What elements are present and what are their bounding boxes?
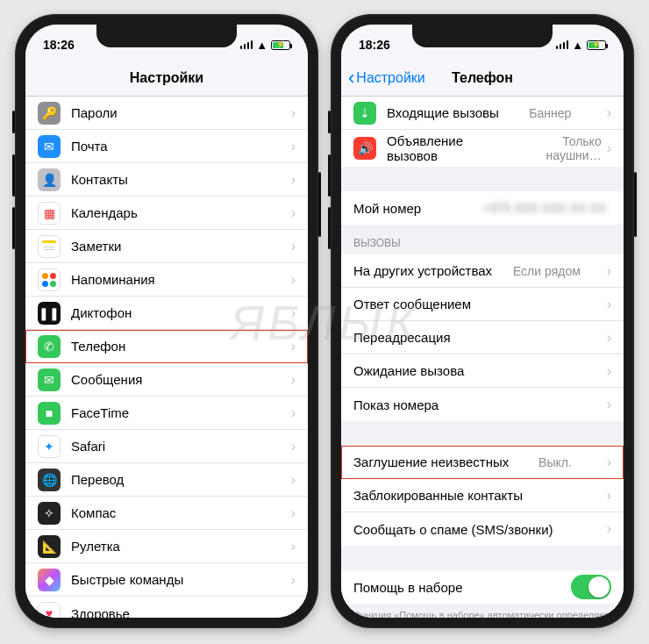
reminders-icon bbox=[38, 268, 61, 291]
chevron-right-icon: › bbox=[607, 363, 611, 379]
row-label: Показ номера bbox=[353, 397, 439, 412]
nav-bar: ‹ Настройки Телефон bbox=[341, 60, 624, 97]
chevron-right-icon: › bbox=[291, 572, 296, 588]
row-detail: Баннер bbox=[529, 106, 571, 120]
phone-left: 18:26 ▲ ⚡ Настройки 🔑 Пароли › ✉ Почта ›… bbox=[15, 14, 318, 628]
notch bbox=[412, 25, 553, 47]
calls-list[interactable]: На других устройствах Если рядом › Ответ… bbox=[341, 254, 624, 421]
incoming-icon: ⇣ bbox=[353, 102, 376, 125]
row-label: Сообщать о спаме (SMS/звонки) bbox=[353, 522, 553, 537]
chevron-right-icon: › bbox=[291, 505, 296, 521]
row-call-forwarding[interactable]: Переадресация › bbox=[341, 321, 624, 354]
messages-icon: ✉ bbox=[38, 369, 61, 391]
chevron-right-icon: › bbox=[607, 297, 611, 312]
chevron-right-icon: › bbox=[291, 539, 296, 555]
row-label: Заблокированные контакты bbox=[353, 488, 523, 503]
safari-icon: ✦ bbox=[38, 435, 61, 458]
row-measure[interactable]: 📐 Рулетка › bbox=[25, 530, 308, 563]
row-facetime[interactable]: ■ FaceTime › bbox=[25, 397, 308, 430]
key-icon: 🔑 bbox=[38, 102, 61, 125]
row-label: Ожидание вызова bbox=[353, 363, 464, 378]
row-label: Объявление вызовов bbox=[387, 133, 510, 163]
page-title: Настройки bbox=[130, 70, 203, 86]
row-label: Сообщения bbox=[71, 372, 142, 387]
section-header-calls: ВЫЗОВЫ bbox=[341, 225, 624, 254]
row-label: Помощь в наборе bbox=[353, 580, 462, 595]
phone-top-list[interactable]: ⇣ Входящие вызовы Баннер › 🔊 Объявление … bbox=[341, 97, 624, 167]
chevron-right-icon: › bbox=[607, 330, 611, 346]
row-report-spam[interactable]: Сообщать о спаме (SMS/звонки) › bbox=[341, 512, 624, 546]
chevron-right-icon: › bbox=[291, 305, 296, 321]
announce-icon: 🔊 bbox=[353, 137, 376, 160]
row-other-devices[interactable]: На других устройствах Если рядом › bbox=[341, 254, 624, 288]
health-icon: ♥ bbox=[38, 602, 61, 618]
row-health[interactable]: ♥ Здоровье › bbox=[25, 597, 308, 618]
dial-assist-group[interactable]: Помощь в наборе bbox=[341, 570, 624, 604]
row-my-number[interactable]: Мой номер +375 XXX XXX XX XX bbox=[341, 191, 624, 225]
chevron-right-icon: › bbox=[291, 439, 296, 454]
row-safari[interactable]: ✦ Safari › bbox=[25, 430, 308, 463]
row-label: Здоровье bbox=[71, 606, 130, 619]
notes-icon bbox=[38, 235, 61, 258]
cellular-icon bbox=[556, 40, 568, 49]
row-messages[interactable]: ✉ Сообщения › bbox=[25, 363, 308, 397]
my-number-group[interactable]: Мой номер +375 XXX XXX XX XX bbox=[341, 191, 624, 225]
toggle-dial-assist[interactable] bbox=[571, 575, 611, 599]
row-label: Напоминания bbox=[71, 272, 155, 287]
row-label: Телефон bbox=[71, 339, 125, 354]
chevron-right-icon: › bbox=[291, 372, 296, 388]
row-show-my-id[interactable]: Показ номера › bbox=[341, 388, 624, 421]
row-label: Контакты bbox=[71, 172, 128, 187]
row-respond-text[interactable]: Ответ сообщением › bbox=[341, 288, 624, 321]
row-label: Компас bbox=[71, 505, 116, 520]
row-notes[interactable]: Заметки › bbox=[25, 230, 308, 263]
row-mail[interactable]: ✉ Почта › bbox=[25, 130, 308, 163]
notch bbox=[96, 25, 237, 47]
chevron-right-icon: › bbox=[607, 397, 611, 412]
row-silence-unknown[interactable]: Заглушение неизвестных Выкл. › bbox=[341, 446, 624, 479]
chevron-right-icon: › bbox=[607, 488, 611, 504]
row-incoming[interactable]: ⇣ Входящие вызовы Баннер › bbox=[341, 97, 624, 130]
row-shortcuts[interactable]: ◆ Быстрые команды › bbox=[25, 563, 308, 597]
phone-icon: ✆ bbox=[38, 335, 61, 358]
dial-assist-footer: Функция «Помощь в наборе» автоматически … bbox=[341, 604, 624, 618]
back-button[interactable]: ‹ Настройки bbox=[348, 60, 425, 96]
row-label: Ответ сообщением bbox=[353, 297, 471, 311]
settings-list[interactable]: 🔑 Пароли › ✉ Почта › 👤 Контакты › ▦ Кале… bbox=[25, 97, 308, 618]
row-reminders[interactable]: Напоминания › bbox=[25, 263, 308, 297]
row-dial-assist[interactable]: Помощь в наборе bbox=[341, 570, 624, 604]
nav-bar: Настройки bbox=[25, 60, 308, 97]
row-calendar[interactable]: ▦ Календарь › bbox=[25, 197, 308, 230]
row-label: Почта bbox=[71, 139, 108, 154]
facetime-icon: ■ bbox=[38, 402, 61, 425]
chevron-right-icon: › bbox=[291, 605, 296, 618]
row-label: Safari bbox=[71, 439, 105, 454]
row-label: Переадресация bbox=[353, 330, 451, 345]
row-blocked[interactable]: Заблокированные контакты › bbox=[341, 479, 624, 512]
status-time: 18:26 bbox=[359, 38, 390, 52]
row-announce[interactable]: 🔊 Объявление вызовов Только наушни… › bbox=[341, 130, 624, 167]
calendar-icon: ▦ bbox=[38, 202, 61, 225]
chevron-right-icon: › bbox=[291, 405, 296, 421]
row-label: Перевод bbox=[71, 472, 124, 487]
row-detail: +375 XXX XXX XX XX bbox=[483, 201, 606, 215]
row-call-waiting[interactable]: Ожидание вызова › bbox=[341, 354, 624, 388]
voicememos-icon: ❚❚ bbox=[38, 302, 61, 325]
chevron-right-icon: › bbox=[291, 139, 296, 154]
row-contacts[interactable]: 👤 Контакты › bbox=[25, 163, 308, 197]
chevron-right-icon: › bbox=[291, 205, 296, 221]
row-translate[interactable]: 🌐 Перевод › bbox=[25, 463, 308, 497]
row-passwords[interactable]: 🔑 Пароли › bbox=[25, 97, 308, 130]
status-time: 18:26 bbox=[43, 38, 75, 52]
chevron-left-icon: ‹ bbox=[348, 68, 354, 88]
row-label: Рулетка bbox=[71, 539, 120, 554]
chevron-right-icon: › bbox=[607, 521, 611, 537]
row-compass[interactable]: ✧ Компас › bbox=[25, 497, 308, 530]
row-detail: Только наушни… bbox=[510, 134, 602, 162]
chevron-right-icon: › bbox=[607, 263, 611, 279]
silence-list[interactable]: Заглушение неизвестных Выкл. › Заблокиро… bbox=[341, 446, 624, 546]
row-phone[interactable]: ✆ Телефон › bbox=[25, 330, 308, 363]
row-voicememos[interactable]: ❚❚ Диктофон › bbox=[25, 297, 308, 330]
shortcuts-icon: ◆ bbox=[38, 569, 61, 591]
row-detail: Выкл. bbox=[538, 455, 572, 469]
